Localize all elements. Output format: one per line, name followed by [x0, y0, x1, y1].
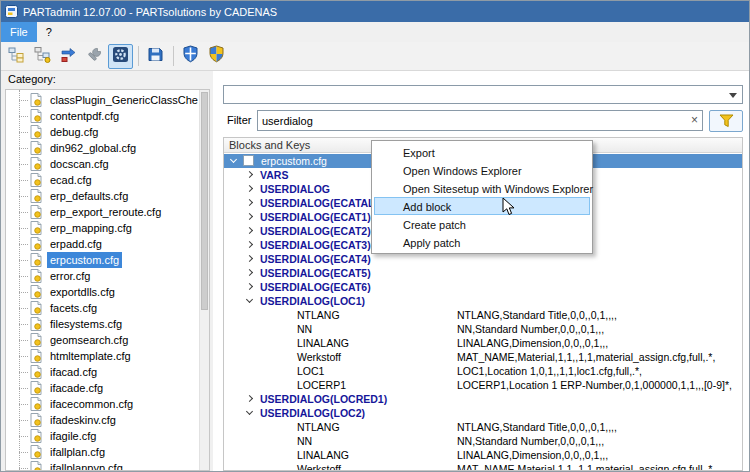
category-item-label[interactable]: debug.cfg	[47, 124, 101, 140]
category-item-label[interactable]: erp_export_reroute.cfg	[47, 204, 164, 220]
context-menu-item-add-block[interactable]: Add block	[374, 197, 590, 215]
category-item[interactable]: din962_global.cfg	[6, 140, 198, 156]
context-menu-item-export[interactable]: Export	[374, 143, 590, 161]
category-item[interactable]: filesystems.cfg	[6, 316, 198, 332]
expand-icon[interactable]	[246, 283, 253, 290]
menu-[interactable]: ?	[37, 22, 61, 42]
category-item[interactable]: erp_defaults.cfg	[6, 188, 198, 204]
category-item-label[interactable]: erp_mapping.cfg	[47, 220, 135, 236]
tools-button[interactable]	[82, 44, 107, 69]
block-row[interactable]: USERDIALOG(ECAT6)	[224, 280, 742, 294]
context-menu-item-open-sitesetup-with-windows-explorer[interactable]: Open Sitesetup with Windows Explorer	[374, 179, 590, 197]
expand-icon[interactable]	[246, 269, 253, 276]
expand-icon[interactable]	[246, 199, 253, 206]
category-item-label[interactable]: erp_defaults.cfg	[47, 188, 131, 204]
index-view-button[interactable]	[30, 44, 55, 69]
category-item[interactable]: htmltemplate.cfg	[6, 348, 198, 364]
category-item-label[interactable]: ifacade.cfg	[47, 380, 106, 396]
collapse-icon[interactable]	[246, 296, 253, 303]
category-item[interactable]: docscan.cfg	[6, 156, 198, 172]
collapse-icon[interactable]	[230, 156, 237, 163]
filter-input[interactable]	[258, 111, 682, 130]
apply-filter-button[interactable]	[709, 110, 743, 132]
category-item-label[interactable]: erpadd.cfg	[47, 236, 105, 252]
category-item-label[interactable]: ifallplan.cfg	[47, 444, 108, 460]
collapse-icon[interactable]	[246, 408, 253, 415]
category-tree-button[interactable]	[4, 44, 29, 69]
transfer-button[interactable]	[56, 44, 81, 69]
category-item-label[interactable]: geomsearch.cfg	[47, 332, 131, 348]
expand-icon[interactable]	[246, 255, 253, 262]
category-scrollbar[interactable]	[199, 90, 209, 470]
category-item[interactable]: erp_mapping.cfg	[6, 220, 198, 236]
key-row[interactable]: LOCERP1LOCERP1,Location 1 ERP-Number,0,1…	[224, 378, 742, 392]
category-item-label[interactable]: ifacad.cfg	[47, 364, 100, 380]
category-item[interactable]: geomsearch.cfg	[6, 332, 198, 348]
menu-file[interactable]: File	[1, 22, 37, 42]
key-row[interactable]: NTLANGNTLANG,Standard Title,0,0,,0,1,,,,	[224, 420, 742, 434]
key-row[interactable]: NTLANGNTLANG,Standard Title,0,0,,0,1,,,,	[224, 308, 742, 322]
expand-icon[interactable]	[246, 171, 253, 178]
category-item[interactable]: ifallplan.cfg	[6, 444, 198, 460]
key-row[interactable]: NNNN,Standard Number,0,0,,0,1,,,	[224, 434, 742, 448]
category-item[interactable]: erpcustom.cfg	[6, 252, 198, 268]
key-row[interactable]: LINALANGLINALANG,Dimension,0,0,,0,1,,,	[224, 336, 742, 350]
category-item-label[interactable]: ifallplanpyp.cfg	[47, 460, 126, 471]
key-row[interactable]: LOC1LOC1,Location 1,0,1,,1,1,loc1.cfg,fu…	[224, 364, 742, 378]
checkbox[interactable]	[243, 155, 254, 166]
category-item[interactable]: facets.cfg	[6, 300, 198, 316]
key-row[interactable]: LINALANGLINALANG,Dimension,0,0,,0,1,,,	[224, 448, 742, 462]
category-item[interactable]: ifagile.cfg	[6, 428, 198, 444]
category-item[interactable]: exportdlls.cfg	[6, 284, 198, 300]
category-item[interactable]: ifallplanpyp.cfg	[6, 460, 198, 471]
category-item[interactable]: erpadd.cfg	[6, 236, 198, 252]
expand-icon[interactable]	[246, 241, 253, 248]
category-item[interactable]: erp_export_reroute.cfg	[6, 204, 198, 220]
path-combobox[interactable]	[223, 85, 743, 104]
category-item-label[interactable]: erpcustom.cfg	[47, 252, 122, 268]
category-item[interactable]: ecad.cfg	[6, 172, 198, 188]
chevron-down-icon[interactable]	[729, 93, 737, 98]
scrollbar-thumb[interactable]	[201, 92, 208, 310]
context-menu-item-open-windows-explorer[interactable]: Open Windows Explorer	[374, 161, 590, 179]
category-item-label[interactable]: ifadeskinv.cfg	[47, 412, 119, 428]
category-item-label[interactable]: contentpdf.cfg	[47, 108, 122, 124]
expand-icon[interactable]	[246, 227, 253, 234]
category-item[interactable]: ifadeskinv.cfg	[6, 412, 198, 428]
admin-shield-button[interactable]	[178, 44, 203, 69]
block-row[interactable]: USERDIALOG(LOCRED1)	[224, 392, 742, 406]
save-button[interactable]	[143, 44, 168, 69]
category-item-label[interactable]: ifagile.cfg	[47, 428, 99, 444]
expand-icon[interactable]	[246, 185, 253, 192]
expand-icon[interactable]	[246, 395, 253, 402]
category-item-label[interactable]: error.cfg	[47, 268, 93, 284]
context-menu-item-create-patch[interactable]: Create patch	[374, 215, 590, 233]
key-row[interactable]: WerkstoffMAT_NAME,Material,1,1,,1,1,mate…	[224, 350, 742, 364]
category-item[interactable]: classPlugin_GenericClassChe	[6, 92, 198, 108]
key-row[interactable]: WerkstoffMAT_NAME,Material,1,1,,1,1,mate…	[224, 462, 742, 471]
key-row[interactable]: NNNN,Standard Number,0,0,,0,1,,,	[224, 322, 742, 336]
category-item-label[interactable]: facets.cfg	[47, 300, 100, 316]
settings-button[interactable]	[108, 44, 133, 69]
context-menu-item-apply-patch[interactable]: Apply patch	[374, 233, 590, 251]
category-item-label[interactable]: htmltemplate.cfg	[47, 348, 134, 364]
category-item-label[interactable]: ifacecommon.cfg	[47, 396, 136, 412]
category-item-label[interactable]: docscan.cfg	[47, 156, 112, 172]
clear-filter-icon[interactable]: ×	[691, 113, 698, 127]
category-item[interactable]: ifacecommon.cfg	[6, 396, 198, 412]
category-item-label[interactable]: exportdlls.cfg	[47, 284, 118, 300]
block-row[interactable]: USERDIALOG(ECAT4)	[224, 252, 742, 266]
category-item[interactable]: error.cfg	[6, 268, 198, 284]
block-row[interactable]: USERDIALOG(ECAT5)	[224, 266, 742, 280]
expand-icon[interactable]	[246, 213, 253, 220]
block-row[interactable]: USERDIALOG(LOC1)	[224, 294, 742, 308]
uac-shield-button[interactable]	[204, 44, 229, 69]
category-item-label[interactable]: classPlugin_GenericClassChe	[47, 92, 201, 108]
category-item[interactable]: ifacad.cfg	[6, 364, 198, 380]
category-item-label[interactable]: din962_global.cfg	[47, 140, 139, 156]
category-item[interactable]: ifacade.cfg	[6, 380, 198, 396]
category-item[interactable]: contentpdf.cfg	[6, 108, 198, 124]
block-row[interactable]: USERDIALOG(LOC2)	[224, 406, 742, 420]
category-item-label[interactable]: filesystems.cfg	[47, 316, 125, 332]
category-item-label[interactable]: ecad.cfg	[47, 172, 95, 188]
